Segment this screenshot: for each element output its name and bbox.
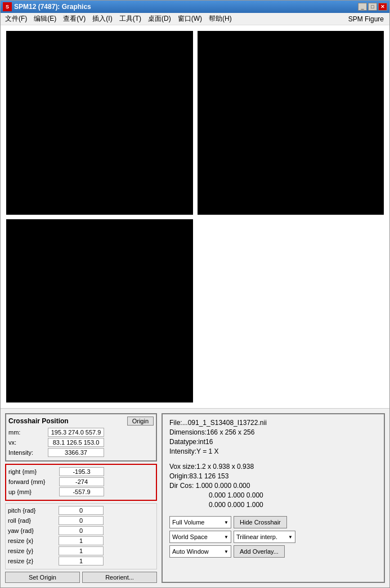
controls-row-2: World Space ▼ Trilinear interp. ▼ [169,531,377,543]
resize-y-value: 1 [59,546,104,555]
roll-label: roll {rad} [8,517,59,524]
spm-figure-label[interactable]: SPM Figure [344,14,388,24]
dir-cos-info: Dir Cos: 1.000 0.000 0.000 [169,482,377,490]
dir-cos-row1: 1.000 0.000 0.000 [196,482,250,490]
intensity-row: Intensity: 3366.37 [8,448,154,457]
add-overlay-button[interactable]: Add Overlay... [234,545,285,558]
menu-file[interactable]: 文件(F) [2,13,30,25]
mm-row: mm: 195.3 274.0 557.9 [8,428,154,437]
extras-box: pitch {rad} 0 roll {rad} 0 yaw {rad} 0 r… [5,503,157,569]
resize-z-value: 1 [59,557,104,566]
viewer-top-left[interactable] [6,31,193,215]
app-icon: S [3,2,12,11]
menu-insert[interactable]: 插入(I) [89,13,115,25]
pitch-label: pitch {rad} [8,507,59,514]
main-content: Crosshair Position Origin mm: 195.3 274.… [1,25,389,587]
menu-desktop[interactable]: 桌面(D) [145,13,174,25]
resize-y-row: resize {y} 1 [8,546,154,555]
trilinear-interp-label: Trilinear interp. [236,533,277,540]
crosshair-box: Crosshair Position Origin mm: 195.3 274.… [5,413,157,462]
dir-cos-row2: 0.000 1.000 0.000 [209,491,377,499]
forward-row: forward {mm} -274 [8,477,154,486]
reorient-button[interactable]: Reorient... [82,572,157,583]
resize-x-label: resize {x} [8,537,59,544]
menu-window[interactable]: 窗口(W) [174,13,205,25]
bottom-area: Crosshair Position Origin mm: 195.3 274.… [1,408,389,587]
mm-value: 195.3 274.0 557.9 [48,428,104,437]
hide-crosshair-button[interactable]: Hide Crosshair [234,516,287,528]
controls-row-1: Full Volume ▼ Hide Crosshair [169,516,377,528]
up-row: up {mm} -557.9 [8,487,154,496]
minimize-button[interactable]: _ [358,3,367,11]
maximize-button[interactable]: □ [368,3,377,11]
vox-size-info: Vox size:1.2 x 0.938 x 0.938 [169,463,377,471]
datatype-info: Datatype:int16 [169,438,377,446]
right-value: -195.3 [59,467,104,476]
origin-button[interactable]: Origin [127,417,154,426]
menu-view[interactable]: 查看(V) [60,13,89,25]
forward-label: forward {mm} [8,478,59,485]
resize-x-value: 1 [59,536,104,545]
yaw-value: 0 [59,526,104,535]
intensity-value: 3366.37 [48,448,104,457]
window-title: SPM12 (7487): Graphics [14,3,91,11]
full-volume-dropdown[interactable]: Full Volume ▼ [169,516,231,528]
dir-cos-label: Dir Cos: [169,482,194,490]
pitch-row: pitch {rad} 0 [8,506,154,515]
full-volume-arrow: ▼ [224,520,228,525]
resize-y-label: resize {y} [8,548,59,554]
yaw-row: yaw {rad} 0 [8,526,154,535]
orient-box: right {mm} -195.3 forward {mm} -274 up {… [5,464,157,501]
resize-z-row: resize {z} 1 [8,557,154,566]
viewer-bottom-right [198,219,384,403]
file-info: File:...091_1_S13408_I13722.nii [169,419,377,427]
full-volume-label: Full Volume [172,519,204,526]
intensity-label: Intensity: [8,449,48,456]
roll-value: 0 [59,516,104,525]
roll-row: roll {rad} 0 [8,516,154,525]
viewer-bottom-left[interactable] [6,219,193,403]
menu-tools[interactable]: 工具(T) [116,13,145,25]
origin-info: Origin:83.1 126 153 [169,472,377,480]
title-controls: _ □ ✕ [358,3,387,11]
world-space-dropdown[interactable]: World Space ▼ [169,531,231,543]
forward-value: -274 [59,477,104,486]
pitch-value: 0 [59,506,104,515]
up-label: up {mm} [8,489,59,495]
menu-edit[interactable]: 编辑(E) [30,13,60,25]
controls-row-3: Auto Window ▼ Add Overlay... [169,545,377,558]
world-space-arrow: ▼ [224,535,228,540]
title-bar: S SPM12 (7487): Graphics _ □ ✕ [1,1,389,13]
auto-window-label: Auto Window [172,548,209,555]
up-value: -557.9 [59,487,104,496]
menu-help[interactable]: 帮助(H) [205,13,235,25]
vx-value: 83.1 126.5 153.0 [48,438,104,447]
set-origin-button[interactable]: Set Origin [5,572,80,583]
dimensions-info: Dimensions:166 x 256 x 256 [169,428,377,436]
vx-row: vx: 83.1 126.5 153.0 [8,438,154,447]
title-bar-left: S SPM12 (7487): Graphics [3,2,91,11]
viewer-top-right[interactable] [198,31,384,215]
resize-z-label: resize {z} [8,558,59,564]
auto-window-dropdown[interactable]: Auto Window ▼ [169,545,231,558]
info-spacer-1 [169,457,377,463]
bottom-buttons: Set Origin Reorient... [5,572,157,583]
crosshair-title: Crosshair Position [8,417,69,425]
crosshair-header: Crosshair Position Origin [8,417,154,426]
world-space-label: World Space [172,533,208,540]
right-label: right {mm} [8,468,59,475]
right-panel: File:...091_1_S13408_I13722.nii Dimensio… [162,413,385,583]
close-button[interactable]: ✕ [378,3,387,11]
trilinear-interp-arrow: ▼ [288,535,293,540]
resize-x-row: resize {x} 1 [8,536,154,545]
main-window: S SPM12 (7487): Graphics _ □ ✕ 文件(F) 编辑(… [0,0,390,588]
mm-label: mm: [8,429,48,436]
trilinear-interp-dropdown[interactable]: Trilinear interp. ▼ [234,531,295,543]
viewer-area [1,25,389,408]
auto-window-arrow: ▼ [224,549,228,554]
menubar: 文件(F) 编辑(E) 查看(V) 插入(I) 工具(T) 桌面(D) 窗口(W… [1,13,389,25]
info-spacer-2 [169,510,377,516]
right-row: right {mm} -195.3 [8,467,154,476]
dir-cos-row3: 0.000 0.000 1.000 [209,501,377,509]
yaw-label: yaw {rad} [8,527,59,534]
